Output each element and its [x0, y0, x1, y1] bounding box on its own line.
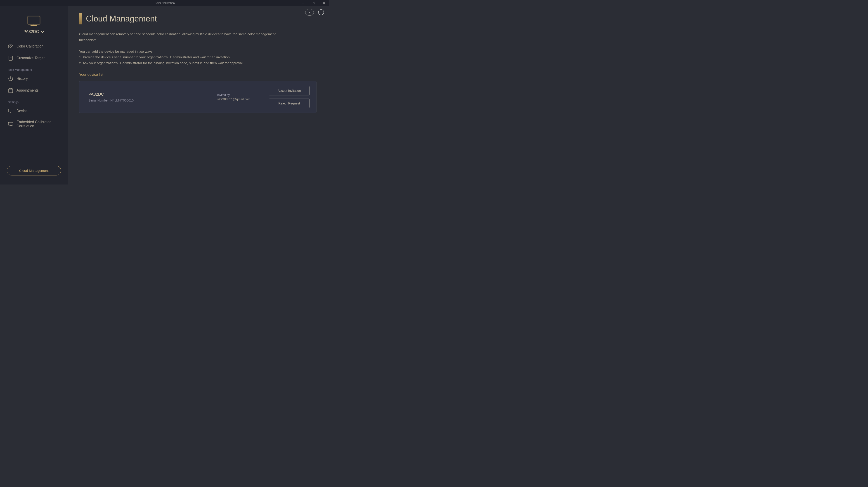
- svg-rect-13: [8, 109, 13, 112]
- main-content: - Cloud Management Cloud management can …: [68, 6, 329, 184]
- monitor-selector[interactable]: PA32DC: [24, 29, 44, 34]
- svg-point-3: [10, 46, 11, 48]
- svg-rect-9: [8, 89, 13, 93]
- page-title: Cloud Management: [86, 14, 157, 24]
- reject-request-button[interactable]: Reject Request: [269, 98, 310, 108]
- description-step1: 1. Provide the device's serial number to…: [79, 54, 283, 60]
- sidebar-bottom: Cloud Management: [0, 161, 68, 180]
- svg-rect-0: [28, 16, 40, 24]
- sidebar-nav: Color Calibration Customize Target Task …: [0, 41, 68, 161]
- embedded-label: Embedded Calibrator Correlation: [17, 120, 60, 128]
- device-invitation: Invited by s22388851@gmail.com: [206, 89, 262, 105]
- info-icon: [318, 9, 324, 16]
- device-actions: Accept Invitation Reject Request: [262, 82, 316, 113]
- task-management-label: Task Management: [3, 64, 64, 73]
- window-controls: ─ □ ✕: [298, 0, 329, 6]
- app-container: PA32DC Color Calibration: [0, 6, 329, 184]
- sidebar-item-appointments[interactable]: Appointments: [3, 85, 64, 96]
- sidebar-item-color-calibration[interactable]: Color Calibration: [3, 41, 64, 52]
- file-icon: [8, 55, 13, 61]
- calendar-icon: [8, 88, 13, 93]
- monitor-section: PA32DC: [0, 11, 68, 41]
- info-button[interactable]: [317, 8, 325, 16]
- sidebar-item-customize-target[interactable]: Customize Target: [3, 53, 64, 64]
- sidebar-item-history[interactable]: History: [3, 73, 64, 84]
- svg-point-17: [11, 125, 13, 126]
- invited-by-email: s22388851@gmail.com: [217, 97, 250, 101]
- cloud-management-button[interactable]: Cloud Management: [7, 166, 61, 176]
- clock-icon: [8, 76, 13, 82]
- monitor-icon: [27, 16, 41, 27]
- device-card: PA32DC Serial Number: N4LMHT000010 Invit…: [79, 81, 316, 113]
- minimize-button[interactable]: ─: [298, 0, 308, 6]
- device-info: PA32DC Serial Number: N4LMHT000010: [80, 86, 206, 109]
- language-button[interactable]: -: [305, 9, 314, 16]
- sidebar-item-device[interactable]: Device: [3, 105, 64, 116]
- sidebar-item-embedded[interactable]: Embedded Calibrator Correlation: [3, 117, 64, 131]
- close-button[interactable]: ✕: [319, 0, 329, 6]
- svg-point-22: [321, 11, 321, 11]
- camera-icon: [8, 43, 13, 49]
- history-label: History: [17, 77, 28, 81]
- window-title: Color Calibration: [154, 2, 175, 5]
- monitor-name: PA32DC: [24, 29, 39, 34]
- page-title-container: Cloud Management: [79, 13, 318, 24]
- title-accent: [79, 13, 82, 24]
- accept-invitation-button[interactable]: Accept Invitation: [269, 86, 310, 95]
- description-line2: You can add the device be managed in two…: [79, 49, 283, 55]
- sidebar: PA32DC Color Calibration: [0, 6, 68, 184]
- color-calibration-label: Color Calibration: [17, 44, 43, 49]
- description-step2: 2. Ask your organization's IT administra…: [79, 60, 283, 66]
- maximize-button[interactable]: □: [308, 0, 319, 6]
- chevron-down-icon: [41, 30, 44, 34]
- customize-target-label: Customize Target: [17, 56, 44, 60]
- monitor-settings-icon: [8, 108, 13, 114]
- device-serial: Serial Number: N4LMHT000010: [88, 98, 197, 102]
- description-line1: Cloud management can remotely set and sc…: [79, 31, 283, 43]
- device-list-label: Your device list: [79, 72, 318, 77]
- description: Cloud management can remotely set and sc…: [79, 31, 283, 66]
- settings-label: Settings: [3, 97, 64, 105]
- top-controls: -: [305, 8, 325, 16]
- device-label: Device: [17, 109, 28, 113]
- title-bar: Color Calibration ─ □ ✕: [0, 0, 329, 6]
- device-name: PA32DC: [88, 92, 197, 97]
- invited-by-label: Invited by: [217, 93, 250, 96]
- embedded-icon: [8, 121, 13, 127]
- appointments-label: Appointments: [17, 88, 39, 92]
